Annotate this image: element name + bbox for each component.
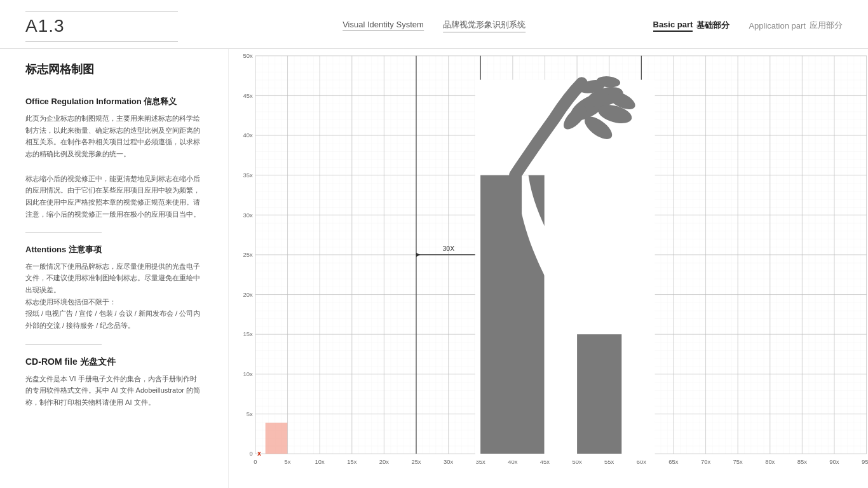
main-content: 标志网格制图 Office Regulation Information 信息释… xyxy=(0,49,868,488)
svg-text:5x: 5x xyxy=(285,458,291,465)
vi-system-label: Visual Identity System xyxy=(342,20,424,31)
svg-text:90x: 90x xyxy=(829,458,839,465)
info-text-2: 标志缩小后的视觉修正中，能更清楚地见到标志在缩小后的应用情况。由于它们在某些应用… xyxy=(25,173,203,220)
svg-text:65x: 65x xyxy=(668,458,678,465)
header-center: Visual Identity System 品牌视觉形象识别系统 xyxy=(342,19,526,32)
application-part-group: Application part 应用部分 xyxy=(749,20,843,31)
svg-text:10x: 10x xyxy=(315,458,325,465)
svg-text:15x: 15x xyxy=(243,330,253,337)
svg-text:25x: 25x xyxy=(243,251,253,258)
app-part-label: Application part xyxy=(749,21,806,30)
right-panel: 50x 45x 40x 35x 30x 25x 20x 15x 10x 5x 0… xyxy=(229,49,868,488)
svg-text:10x: 10x xyxy=(243,370,253,377)
grid-svg: 50x 45x 40x 35x 30x 25x 20x 15x 10x 5x 0… xyxy=(229,49,868,488)
svg-text:75x: 75x xyxy=(733,458,743,465)
cdrom-section: CD-ROM file 光盘文件 光盘文件是本 VI 手册电子文件的集合，内含手… xyxy=(25,356,203,409)
basic-part-group: Basic part 基础部分 xyxy=(653,20,730,32)
vi-chinese-label: 品牌视觉形象识别系统 xyxy=(443,19,526,32)
svg-rect-92 xyxy=(266,423,288,454)
svg-text:85x: 85x xyxy=(797,458,807,465)
info-title: Office Regulation Information 信息释义 xyxy=(25,96,203,107)
svg-text:30x: 30x xyxy=(243,211,253,218)
app-part-cn-label: 应用部分 xyxy=(810,20,843,31)
svg-text:40x: 40x xyxy=(243,132,253,139)
info-text-1: 此页为企业标志的制图规范，主要用来阐述标志的科学绘制方法，以此来衡量、确定标志的… xyxy=(25,112,203,160)
info-section: Office Regulation Information 信息释义 此页为企业… xyxy=(25,96,203,160)
basic-part-label: Basic part xyxy=(653,20,693,32)
left-panel: 标志网格制图 Office Regulation Information 信息释… xyxy=(0,49,229,488)
basic-part-cn-label: 基础部分 xyxy=(696,20,729,31)
svg-text:35x: 35x xyxy=(243,172,253,179)
svg-text:30x: 30x xyxy=(444,458,453,465)
header-top-line xyxy=(25,11,178,12)
svg-text:5x: 5x xyxy=(247,410,253,417)
svg-text:70x: 70x xyxy=(701,458,710,465)
svg-text:30X: 30X xyxy=(443,245,455,252)
divider-1 xyxy=(25,232,102,233)
svg-text:0: 0 xyxy=(249,450,252,457)
svg-text:95x: 95x xyxy=(862,458,868,465)
cdrom-title: CD-ROM file 光盘文件 xyxy=(25,356,203,368)
header-right: Basic part 基础部分 Application part 应用部分 xyxy=(653,20,843,32)
svg-text:50x: 50x xyxy=(243,52,253,59)
svg-text:15x: 15x xyxy=(347,458,356,465)
svg-rect-83 xyxy=(577,334,621,454)
header-left: A1.3 xyxy=(25,9,178,42)
svg-text:25x: 25x xyxy=(411,458,421,465)
svg-text:20x: 20x xyxy=(379,458,389,465)
attention-title: Attentions 注意事项 xyxy=(25,244,203,255)
page-header: A1.3 Visual Identity System 品牌视觉形象识别系统 B… xyxy=(0,0,868,49)
svg-text:20x: 20x xyxy=(243,291,253,298)
attention-text: 在一般情况下使用品牌标志，应尽量使用提供的光盘电子文件，不建议使用标准制图绘制标… xyxy=(25,261,203,332)
header-bottom-line xyxy=(25,41,178,42)
attention-section: Attentions 注意事项 在一般情况下使用品牌标志，应尽量使用提供的光盘电… xyxy=(25,244,203,332)
section-title: 标志网格制图 xyxy=(25,62,203,77)
svg-text:45x: 45x xyxy=(243,92,253,99)
svg-text:0: 0 xyxy=(254,458,257,465)
svg-text:80x: 80x xyxy=(765,458,775,465)
page-number: A1.3 xyxy=(25,16,178,36)
divider-2 xyxy=(25,344,102,345)
svg-text:x: x xyxy=(257,449,261,457)
cdrom-text: 光盘文件是本 VI 手册电子文件的集合，内含手册制作时的专用软件格式文件。其中 … xyxy=(25,373,203,409)
